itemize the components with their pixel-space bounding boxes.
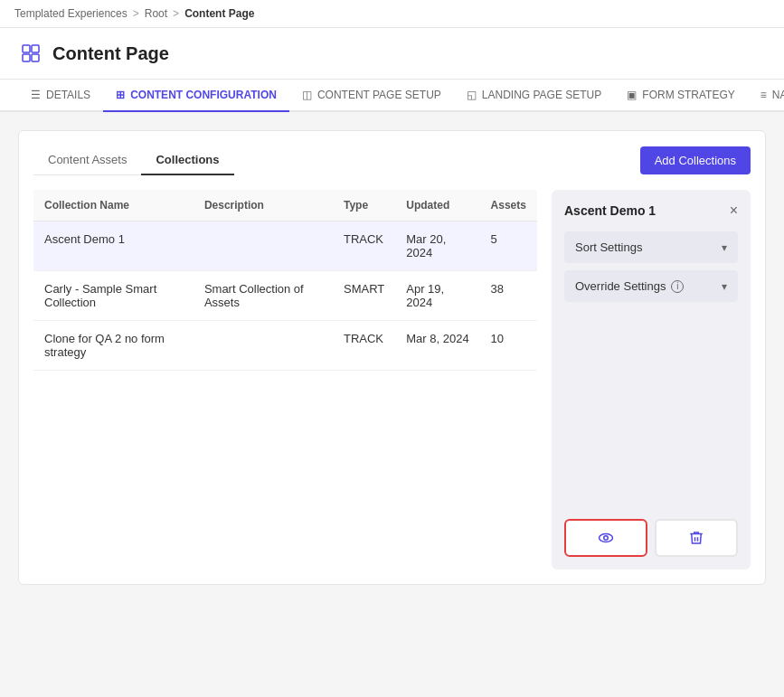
svg-rect-1 — [32, 45, 39, 52]
breadcrumb-sep-2: > — [173, 7, 179, 20]
view-button[interactable] — [564, 519, 647, 557]
cell-name-1: Ascent Demo 1 — [33, 221, 194, 271]
subtab-collections[interactable]: Collections — [141, 146, 233, 175]
breadcrumb-item-2[interactable]: Root — [145, 7, 167, 20]
svg-rect-3 — [32, 54, 39, 61]
table-row[interactable]: Ascent Demo 1 TRACK Mar 20, 2024 5 — [33, 221, 537, 271]
layout-icon — [18, 41, 43, 66]
side-panel-title: Ascent Demo 1 — [564, 203, 656, 218]
breadcrumb: Templated Experiences > Root > Content P… — [0, 0, 784, 28]
col-assets: Assets — [480, 190, 537, 221]
cell-type-2: SMART — [333, 271, 395, 321]
svg-rect-2 — [23, 54, 30, 61]
cell-name-2: Carly - Sample Smart Collection — [33, 271, 194, 321]
override-settings-header[interactable]: Override Settings i ▾ — [564, 270, 738, 302]
cell-desc-2: Smart Collection of Assets — [194, 271, 333, 321]
sort-settings-section: Sort Settings ▾ — [564, 231, 738, 263]
breadcrumb-item-1[interactable]: Templated Experiences — [14, 7, 128, 20]
add-collections-button[interactable]: Add Collections — [640, 146, 751, 174]
override-settings-section: Override Settings i ▾ — [564, 270, 738, 302]
page-header: Content Page — [0, 28, 784, 80]
svg-rect-0 — [23, 45, 30, 52]
sort-settings-header[interactable]: Sort Settings ▾ — [564, 231, 738, 263]
override-chevron-icon: ▾ — [722, 280, 727, 293]
side-panel: Ascent Demo 1 × Sort Settings ▾ Override… — [552, 190, 751, 570]
tab-landing-page-setup[interactable]: ◱ LANDING PAGE SETUP — [454, 80, 614, 112]
tab-content-page-setup[interactable]: ◫ CONTENT PAGE SETUP — [289, 80, 454, 112]
info-icon: i — [671, 280, 684, 293]
cell-desc-1 — [194, 221, 333, 271]
sort-settings-label: Sort Settings — [575, 240, 642, 254]
main-content: Content Assets Collections Add Collectio… — [0, 112, 784, 603]
tab-navigation: ☰ DETAILS ⊞ CONTENT CONFIGURATION ◫ CONT… — [0, 80, 784, 112]
cell-desc-3 — [194, 321, 333, 371]
page-title: Content Page — [52, 43, 169, 64]
collections-table-section: Collection Name Description Type Updated… — [33, 190, 537, 570]
navigation-icon: ≡ — [760, 89, 767, 101]
breadcrumb-sep-1: > — [133, 7, 139, 20]
side-panel-close-button[interactable]: × — [730, 203, 738, 219]
panel-actions — [564, 506, 738, 557]
subtabs-row: Content Assets Collections Add Collectio… — [33, 146, 751, 175]
cell-assets-2: 38 — [480, 271, 537, 321]
col-type: Type — [333, 190, 395, 221]
cell-updated-1: Mar 20, 2024 — [395, 221, 479, 271]
table-row[interactable]: Clone for QA 2 no form strategy TRACK Ma… — [33, 321, 537, 371]
details-icon: ☰ — [31, 89, 41, 101]
content-config-icon: ⊞ — [116, 89, 125, 101]
cell-updated-3: Mar 8, 2024 — [395, 321, 479, 371]
breadcrumb-item-current: Content Page — [184, 7, 254, 20]
col-collection-name: Collection Name — [33, 190, 194, 221]
content-page-setup-icon: ◫ — [302, 89, 312, 101]
tab-details[interactable]: ☰ DETAILS — [18, 80, 103, 112]
collections-table: Collection Name Description Type Updated… — [33, 190, 537, 371]
content-card: Content Assets Collections Add Collectio… — [18, 130, 766, 585]
cell-name-3: Clone for QA 2 no form strategy — [33, 321, 194, 371]
cell-type-3: TRACK — [333, 321, 395, 371]
subtab-content-assets[interactable]: Content Assets — [33, 146, 141, 175]
table-row[interactable]: Carly - Sample Smart Collection Smart Co… — [33, 271, 537, 321]
cell-updated-2: Apr 19, 2024 — [395, 271, 479, 321]
sort-chevron-icon: ▾ — [722, 241, 727, 254]
form-strategy-icon: ▣ — [627, 89, 637, 101]
svg-point-5 — [604, 536, 609, 541]
trash-icon — [688, 530, 704, 546]
eye-icon — [598, 530, 614, 546]
tab-content-configuration[interactable]: ⊞ CONTENT CONFIGURATION — [103, 80, 289, 112]
tab-navigation[interactable]: ≡ NAVIGATION — [748, 80, 784, 112]
side-panel-header: Ascent Demo 1 × — [564, 203, 738, 219]
tab-form-strategy[interactable]: ▣ FORM STRATEGY — [614, 80, 747, 112]
panel-spacer — [564, 309, 738, 506]
override-settings-label: Override Settings — [575, 279, 666, 293]
cell-assets-1: 5 — [480, 221, 537, 271]
landing-page-icon: ◱ — [467, 89, 477, 101]
cell-type-1: TRACK — [333, 221, 395, 271]
cell-assets-3: 10 — [480, 321, 537, 371]
svg-point-4 — [600, 534, 613, 542]
col-description: Description — [194, 190, 333, 221]
col-updated: Updated — [395, 190, 479, 221]
delete-button[interactable] — [655, 519, 738, 557]
content-area: Collection Name Description Type Updated… — [33, 190, 751, 570]
table-header-row: Collection Name Description Type Updated… — [33, 190, 537, 221]
sub-tab-group: Content Assets Collections — [33, 146, 234, 175]
